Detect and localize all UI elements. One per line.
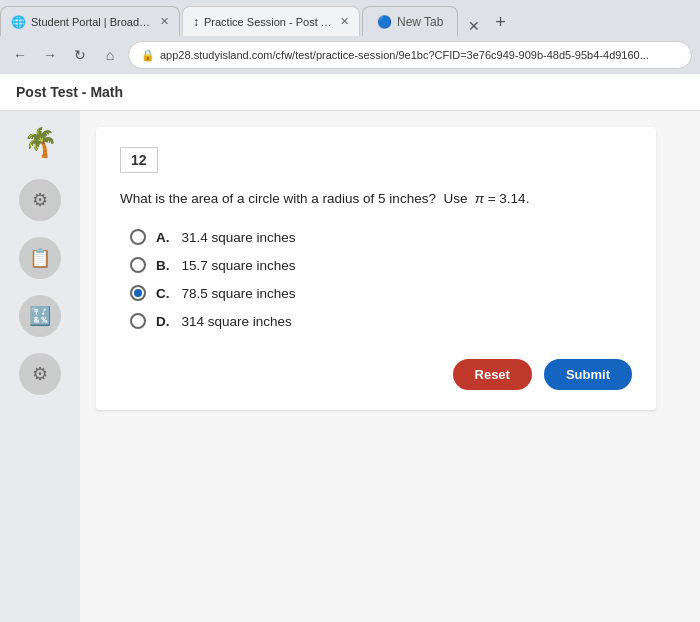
- page-content: Post Test - Math 🌴 ⚙ 📋 🔣 ⚙ 12 What is th…: [0, 74, 700, 622]
- sidebar-gear2-icon[interactable]: ⚙: [19, 353, 61, 395]
- answer-options: A. 31.4 square inches B. 15.7 square inc…: [130, 229, 632, 329]
- option-d-text: 314 square inches: [182, 314, 292, 329]
- radio-d[interactable]: [130, 313, 146, 329]
- back-button[interactable]: ←: [8, 43, 32, 67]
- page-title: Post Test - Math: [16, 84, 123, 100]
- radio-a[interactable]: [130, 229, 146, 245]
- sidebar-palm-icon: 🌴: [19, 121, 61, 163]
- page-body: 🌴 ⚙ 📋 🔣 ⚙ 12 What is the area of a circl…: [0, 111, 700, 622]
- tab-1-icon: 🌐: [11, 15, 26, 29]
- sidebar-gear-icon[interactable]: ⚙: [19, 179, 61, 221]
- question-card: 12 What is the area of a circle with a r…: [96, 127, 656, 410]
- tab-2-icon: ↕: [193, 15, 199, 29]
- radio-c[interactable]: [130, 285, 146, 301]
- question-text: What is the area of a circle with a radi…: [120, 189, 632, 209]
- question-number: 12: [120, 147, 158, 173]
- option-a[interactable]: A. 31.4 square inches: [130, 229, 632, 245]
- tab-student-portal[interactable]: 🌐 Student Portal | Broady Academy ✕: [0, 6, 180, 36]
- option-b-text: 15.7 square inches: [182, 258, 296, 273]
- radio-c-fill: [134, 289, 142, 297]
- option-c[interactable]: C. 78.5 square inches: [130, 285, 632, 301]
- browser-chrome: 🌐 Student Portal | Broady Academy ✕ ↕ Pr…: [0, 0, 700, 74]
- option-b[interactable]: B. 15.7 square inches: [130, 257, 632, 273]
- address-bar[interactable]: 🔒 app28.studyisland.com/cfw/test/practic…: [128, 41, 692, 69]
- tab-new-tab[interactable]: 🔵 New Tab: [362, 6, 458, 36]
- tab-2-label: Practice Session - Post Test - Mat: [204, 16, 334, 28]
- tab-2-close[interactable]: ✕: [340, 15, 349, 28]
- option-d[interactable]: D. 314 square inches: [130, 313, 632, 329]
- url-text: app28.studyisland.com/cfw/test/practice-…: [160, 49, 649, 61]
- tab-1-close[interactable]: ✕: [160, 15, 169, 28]
- reload-button[interactable]: ↻: [68, 43, 92, 67]
- new-tab-button[interactable]: +: [486, 8, 514, 36]
- sidebar-doc-icon[interactable]: 📋: [19, 237, 61, 279]
- option-d-label: D.: [156, 314, 170, 329]
- button-row: Reset Submit: [120, 359, 632, 390]
- page-header: Post Test - Math: [0, 74, 700, 111]
- option-a-label: A.: [156, 230, 170, 245]
- sidebar: 🌴 ⚙ 📋 🔣 ⚙: [0, 111, 80, 622]
- tab-3-label: New Tab: [397, 15, 443, 29]
- lock-icon: 🔒: [141, 49, 155, 62]
- option-c-label: C.: [156, 286, 170, 301]
- main-area: 12 What is the area of a circle with a r…: [80, 111, 700, 622]
- close-window-button[interactable]: ✕: [464, 16, 484, 36]
- sidebar-puzzle-icon[interactable]: 🔣: [19, 295, 61, 337]
- home-button[interactable]: ⌂: [98, 43, 122, 67]
- tab-1-label: Student Portal | Broady Academy: [31, 16, 154, 28]
- tab-3-icon: 🔵: [377, 15, 392, 29]
- option-b-label: B.: [156, 258, 170, 273]
- forward-button[interactable]: →: [38, 43, 62, 67]
- reset-button[interactable]: Reset: [453, 359, 532, 390]
- address-bar-row: ← → ↻ ⌂ 🔒 app28.studyisland.com/cfw/test…: [0, 36, 700, 74]
- option-a-text: 31.4 square inches: [182, 230, 296, 245]
- radio-b[interactable]: [130, 257, 146, 273]
- tab-practice-session[interactable]: ↕ Practice Session - Post Test - Mat ✕: [182, 6, 360, 36]
- option-c-text: 78.5 square inches: [182, 286, 296, 301]
- submit-button[interactable]: Submit: [544, 359, 632, 390]
- tab-bar: 🌐 Student Portal | Broady Academy ✕ ↕ Pr…: [0, 0, 700, 36]
